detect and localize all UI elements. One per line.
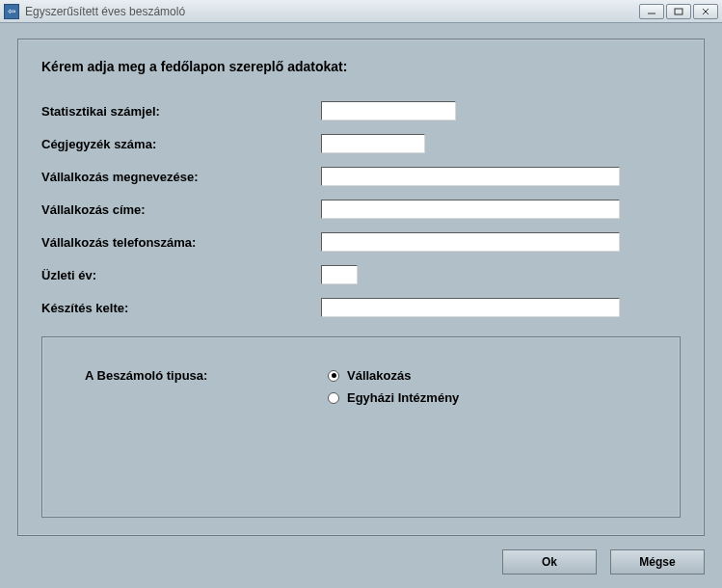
type-label: A Beszámoló tipusa: [85,368,328,405]
type-row: A Beszámoló tipusa: Vállakozás Egyházi I… [85,368,656,405]
radio-church[interactable] [328,392,339,404]
label-company-addr: Vállalkozás címe: [41,202,321,217]
label-reg: Cégjegyzék száma: [41,137,321,151]
window-title: Egyszerűsített éves beszámoló [25,5,639,18]
label-year: Üzleti év: [41,268,321,282]
minimize-button[interactable] [639,4,664,19]
label-stat: Statisztikai számjel: [41,104,321,119]
label-date: Készítés kelte: [41,301,321,315]
label-company-phone: Vállalkozás telefonszáma: [41,235,321,250]
row-year: Üzleti év: [41,265,681,284]
form-heading: Kérem adja meg a fedőlapon szereplő adat… [41,59,681,74]
input-company-name[interactable] [321,167,620,186]
type-panel: A Beszámoló tipusa: Vállakozás Egyházi I… [41,336,681,518]
row-stat: Statisztikai számjel: [41,101,681,120]
cancel-button[interactable]: Mégse [610,549,705,575]
radio-item-church[interactable]: Egyházi Intézmény [328,390,459,405]
label-company-name: Vállalkozás megnevezése: [41,170,321,184]
row-reg: Cégjegyzék száma: [41,134,681,153]
maximize-button[interactable] [666,4,691,19]
input-company-phone[interactable] [321,232,620,252]
radio-company[interactable] [328,370,339,382]
close-button[interactable] [693,4,718,19]
row-company-name: Vállalkozás megnevezése: [41,167,681,186]
row-date: Készítés kelte: [41,298,681,317]
input-company-addr[interactable] [321,200,620,219]
app-icon: ⇦ [4,4,19,19]
row-company-phone: Vállalkozás telefonszáma: [41,232,681,252]
close-icon [701,8,710,15]
radio-item-company[interactable]: Vállakozás [328,368,459,383]
maximize-icon [674,8,683,15]
svg-rect-1 [675,9,682,14]
input-year[interactable] [321,265,358,284]
radio-company-label: Vállakozás [347,368,412,383]
window-controls [639,4,718,19]
radio-church-label: Egyházi Intézmény [347,390,459,405]
main-panel: Kérem adja meg a fedőlapon szereplő adat… [17,39,705,536]
button-row: Ok Mégse [17,549,705,575]
input-date[interactable] [321,298,620,317]
input-stat[interactable] [321,101,456,120]
ok-button[interactable]: Ok [502,549,597,575]
window: ⇦ Egyszerűsített éves beszámoló Kérem ad… [0,0,722,588]
input-reg[interactable] [321,134,425,153]
type-radios: Vállakozás Egyházi Intézmény [328,368,459,405]
minimize-icon [647,8,656,15]
row-company-addr: Vállalkozás címe: [41,200,681,219]
content-area: Kérem adja meg a fedőlapon szereplő adat… [0,23,722,588]
titlebar: ⇦ Egyszerűsített éves beszámoló [0,0,722,23]
